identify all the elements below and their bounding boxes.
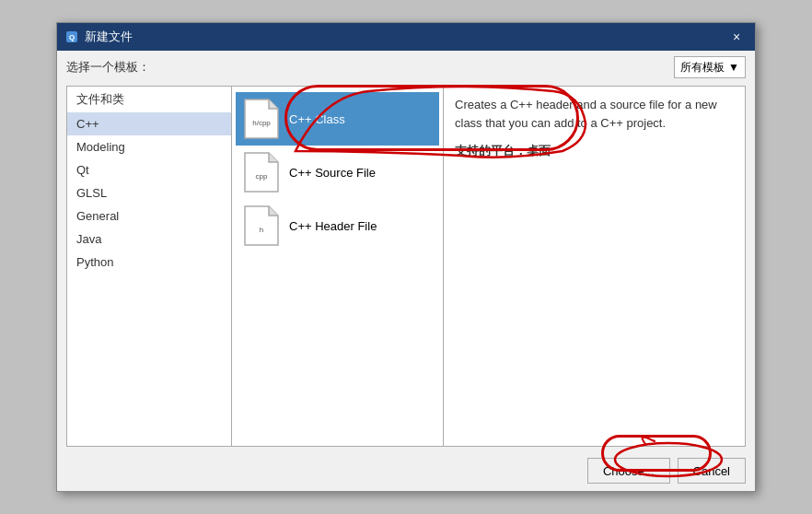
content-area: 文件和类C++ModelingQtGLSLGeneralJavaPython h… [57, 82, 755, 450]
file-type-icon-cpp-header: h [243, 204, 280, 247]
category-item-modeling[interactable]: Modeling [67, 135, 231, 158]
category-item-glsl[interactable]: GLSL [67, 181, 231, 204]
template-dropdown-button[interactable]: 所有模板 ▼ [674, 56, 746, 78]
file-type-label-cpp-class: C++ Class [289, 112, 345, 126]
file-type-icon-cpp-class: h/cpp [243, 98, 280, 140]
title-bar-left: Q 新建文件 [64, 29, 133, 45]
description-panel: Creates a C++ header and a source file f… [444, 86, 746, 447]
description-text: Creates a C++ header and a source file f… [455, 96, 734, 132]
file-type-icon-cpp-source: cpp [243, 151, 280, 193]
svg-text:cpp: cpp [256, 172, 268, 181]
platform-text: 支持的平台：桌面 [455, 143, 734, 159]
choose-button[interactable]: Choose... [587, 458, 670, 484]
category-item-general[interactable]: General [67, 204, 231, 228]
file-type-label-cpp-header: C++ Header File [289, 219, 377, 233]
category-item-java[interactable]: Java [67, 228, 231, 251]
file-type-item-cpp-header[interactable]: hC++ Header File [236, 199, 439, 252]
subtitle-row: 选择一个模板： 所有模板 ▼ [57, 51, 755, 82]
file-type-item-cpp-class[interactable]: h/cppC++ Class [236, 92, 439, 146]
svg-text:h: h [260, 226, 263, 234]
bottom-bar: Choose... Cancel [57, 450, 755, 491]
file-type-panel: h/cppC++ ClasscppC++ Source FilehC++ Hea… [232, 86, 444, 447]
title-bar: Q 新建文件 × [57, 23, 755, 51]
category-item-files-and-classes[interactable]: 文件和类 [67, 87, 231, 112]
svg-text:Q: Q [69, 33, 75, 41]
svg-text:h/cpp: h/cpp [252, 119, 271, 127]
category-item-qt[interactable]: Qt [67, 158, 231, 181]
dialog-title: 新建文件 [85, 29, 133, 45]
template-dropdown[interactable]: 所有模板 ▼ [674, 56, 746, 78]
category-panel: 文件和类C++ModelingQtGLSLGeneralJavaPython [66, 86, 232, 447]
file-type-label-cpp-source: C++ Source File [289, 166, 376, 180]
cancel-button[interactable]: Cancel [678, 458, 746, 484]
category-item-python[interactable]: Python [67, 251, 231, 274]
file-type-item-cpp-source[interactable]: cppC++ Source File [236, 146, 439, 199]
app-icon: Q [64, 29, 79, 44]
close-button[interactable]: × [725, 28, 748, 46]
subtitle-label: 选择一个模板： [66, 59, 150, 76]
category-item-cpp[interactable]: C++ [67, 112, 231, 135]
